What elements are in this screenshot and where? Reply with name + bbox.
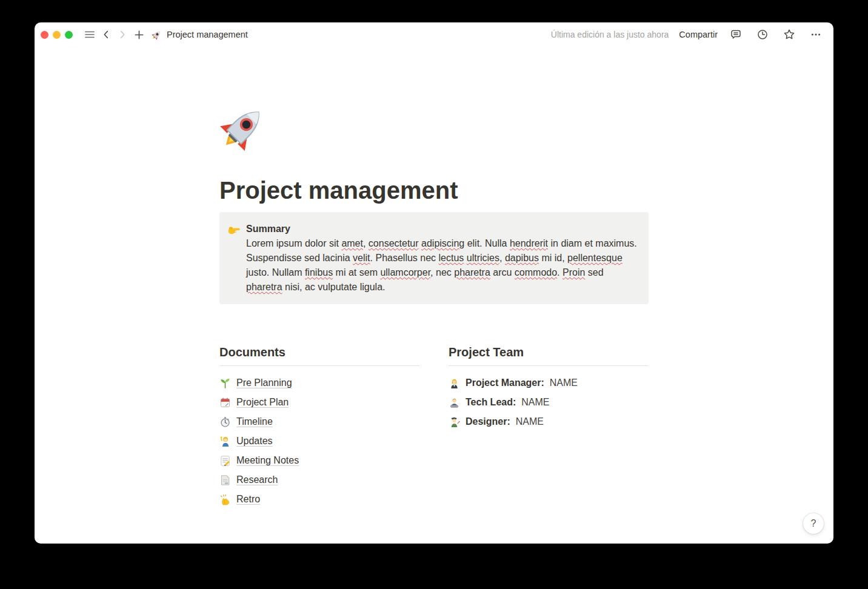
page-title[interactable]: Project management xyxy=(219,176,649,205)
new-tab-button[interactable] xyxy=(131,27,147,42)
stopwatch-icon xyxy=(219,416,231,428)
team-name: NAME xyxy=(516,416,544,427)
pointing-finger-icon xyxy=(227,222,241,237)
team-role: Tech Lead: xyxy=(466,397,516,408)
share-button[interactable]: Compartir xyxy=(679,30,718,39)
summary-text: Summary Lorem ipsum dolor sit amet, cons… xyxy=(246,222,639,294)
bookmark-tabs-icon xyxy=(219,474,231,486)
summary-body: Lorem ipsum dolor sit amet, consectetur … xyxy=(246,236,639,294)
clock-icon xyxy=(756,28,769,41)
doc-label: Pre Planning xyxy=(236,378,292,388)
sidebar-toggle-button[interactable] xyxy=(82,27,98,42)
forward-button[interactable] xyxy=(115,27,130,42)
calendar-icon xyxy=(219,397,231,408)
titlebar-actions: Última edición a las justo ahora Compart… xyxy=(551,27,824,42)
zoom-window-button[interactable] xyxy=(65,31,73,39)
notion-window: Project management Última edición a las … xyxy=(35,22,833,544)
doc-link-updates[interactable]: Updates xyxy=(219,431,419,451)
page-history-button[interactable] xyxy=(755,27,770,42)
two-column-section: Documents Pre Planning xyxy=(219,344,649,509)
team-role: Designer: xyxy=(466,416,510,427)
doc-link-retro[interactable]: Retro xyxy=(219,490,419,509)
team-list: Project Manager: NAME Tech Lea xyxy=(449,366,649,431)
comments-button[interactable] xyxy=(728,27,744,42)
star-icon xyxy=(783,28,795,41)
breadcrumb-page-title: Project management xyxy=(167,30,248,39)
ellipsis-icon xyxy=(810,28,822,41)
doc-link-project-plan[interactable]: Project Plan xyxy=(219,393,419,412)
help-button[interactable]: ? xyxy=(803,513,824,534)
woman-office-worker-icon xyxy=(449,378,460,389)
rocket-icon xyxy=(152,30,162,40)
favorite-button[interactable] xyxy=(781,27,797,42)
back-button[interactable] xyxy=(98,27,114,42)
doc-label: Project Plan xyxy=(236,397,289,408)
chevron-right-icon xyxy=(117,29,128,40)
titlebar: Project management Última edición a las … xyxy=(35,22,833,47)
team-member-tech-lead[interactable]: Tech Lead: NAME xyxy=(449,393,649,412)
minimize-window-button[interactable] xyxy=(53,31,61,39)
doc-link-meeting-notes[interactable]: Meeting Notes xyxy=(219,451,419,470)
page-emoji-rocket[interactable] xyxy=(219,103,268,151)
breadcrumb[interactable]: Project management xyxy=(152,30,248,40)
project-team-heading: Project Team xyxy=(449,344,649,366)
chevron-left-icon xyxy=(101,29,112,40)
doc-link-pre-planning[interactable]: Pre Planning xyxy=(219,373,419,393)
doc-link-research[interactable]: Research xyxy=(219,470,419,490)
comment-icon xyxy=(730,28,742,41)
man-artist-icon xyxy=(449,416,460,428)
page-content: Project management Summary Lorem ipsum d… xyxy=(35,47,833,544)
doc-label: Timeline xyxy=(236,416,273,427)
doc-label: Updates xyxy=(236,436,273,447)
documents-column: Documents Pre Planning xyxy=(219,344,419,509)
team-role: Project Manager: xyxy=(466,378,544,388)
seedling-icon xyxy=(219,378,231,389)
doc-label: Research xyxy=(236,474,278,485)
summary-callout[interactable]: Summary Lorem ipsum dolor sit amet, cons… xyxy=(219,212,649,304)
team-member-designer[interactable]: Designer: NAME xyxy=(449,412,649,431)
doc-label: Meeting Notes xyxy=(236,455,299,466)
more-options-button[interactable] xyxy=(808,27,824,42)
raising-hand-icon xyxy=(219,436,231,447)
close-window-button[interactable] xyxy=(41,31,48,39)
memo-icon xyxy=(219,455,231,467)
last-edited-status: Última edición a las justo ahora xyxy=(551,30,669,39)
documents-list: Pre Planning Project Plan xyxy=(219,366,419,509)
doc-link-timeline[interactable]: Timeline xyxy=(219,412,419,431)
summary-heading: Summary xyxy=(246,222,639,236)
traffic-lights xyxy=(41,31,73,39)
team-name: NAME xyxy=(550,378,578,388)
documents-heading: Documents xyxy=(219,344,419,366)
project-team-column: Project Team Project Manager: NA xyxy=(449,344,649,509)
team-member-project-manager[interactable]: Project Manager: NAME xyxy=(449,373,649,393)
doc-label: Retro xyxy=(236,494,260,505)
hamburger-icon xyxy=(84,28,96,41)
rocket-icon xyxy=(219,103,268,151)
plus-icon xyxy=(133,29,145,41)
clapping-hands-icon xyxy=(219,494,231,505)
man-technologist-icon xyxy=(449,397,460,408)
team-name: NAME xyxy=(521,397,549,408)
